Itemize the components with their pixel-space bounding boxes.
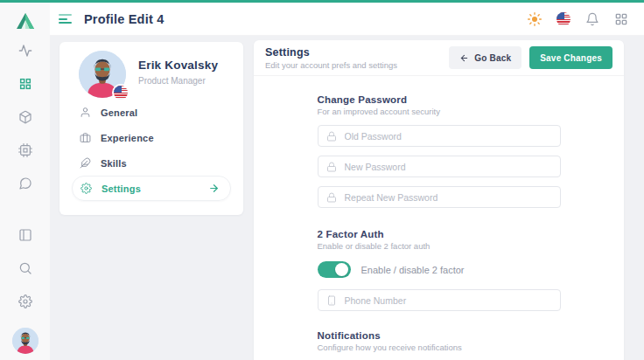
chat-bubble-icon[interactable]: [18, 177, 32, 190]
section-title: 2 Factor Auth: [318, 229, 561, 239]
lock-icon: [326, 131, 337, 142]
two-factor-section: 2 Factor Auth Enable or disable 2 factor…: [318, 229, 561, 311]
save-changes-button[interactable]: Save Changes: [529, 46, 612, 69]
sidebar-rail: [0, 3, 50, 360]
search-icon[interactable]: [18, 261, 32, 275]
menu-item-settings[interactable]: Settings: [72, 176, 231, 201]
feather-icon: [80, 157, 91, 169]
new-password-input[interactable]: [345, 162, 552, 172]
smartphone-icon: [326, 295, 337, 306]
menu-item-experience[interactable]: Experience: [60, 125, 243, 150]
notifications-section: Notifications Configure how you receive …: [318, 330, 561, 352]
menu-item-general[interactable]: General: [60, 100, 243, 125]
repeat-password-input[interactable]: [345, 192, 552, 203]
briefcase-icon: [80, 132, 91, 143]
menu-item-label: Experience: [101, 133, 154, 143]
layout-icon[interactable]: [18, 228, 32, 242]
profile-name: Erik Kovalsky: [138, 59, 218, 72]
header: Profile Edit 4: [50, 3, 644, 36]
arrow-left-icon: [459, 53, 469, 63]
settings-panel: Settings Edit your account prefs and set…: [254, 40, 624, 360]
menu-item-label: General: [101, 107, 137, 118]
gear-icon: [80, 183, 92, 194]
two-factor-toggle[interactable]: [318, 261, 351, 278]
package-icon[interactable]: [18, 110, 32, 124]
avatar-flag-badge: [112, 84, 130, 101]
new-password-field[interactable]: [318, 156, 561, 177]
change-password-section: Change Password For an improved account …: [318, 94, 561, 208]
lock-icon: [326, 192, 337, 203]
arrow-right-icon: [208, 183, 220, 194]
sidebar-user-avatar[interactable]: [12, 328, 38, 354]
phone-number-input[interactable]: [345, 295, 552, 306]
settings-panel-header: Settings Edit your account prefs and set…: [254, 40, 624, 76]
dashboard-grid-icon[interactable]: [18, 77, 32, 91]
cpu-icon[interactable]: [18, 143, 32, 157]
usa-flag-icon[interactable]: [556, 12, 570, 26]
apps-grid-icon[interactable]: [614, 12, 628, 26]
sidebar-nav-bottom: [18, 228, 32, 328]
menu-item-label: Skills: [101, 158, 127, 169]
menu-item-skills[interactable]: Skills: [60, 150, 243, 176]
main-content: Erik Kovalsky Product Manager General Ex…: [50, 36, 644, 360]
old-password-input[interactable]: [345, 131, 552, 142]
app-logo[interactable]: [15, 10, 36, 31]
lock-icon: [326, 162, 337, 172]
section-subtitle: For an improved account security: [318, 107, 561, 116]
activity-icon[interactable]: [18, 44, 32, 58]
gear-icon[interactable]: [18, 294, 32, 308]
section-title: Notifications: [318, 330, 561, 341]
settings-subtitle: Edit your account prefs and settings: [265, 60, 397, 70]
page-title: Profile Edit 4: [84, 12, 164, 26]
bell-icon[interactable]: [585, 12, 599, 26]
menu-item-label: Settings: [102, 183, 141, 194]
user-icon: [80, 107, 91, 118]
section-subtitle: Enable or disable 2 factor auth: [318, 241, 561, 251]
top-accent-strip: [0, 0, 644, 3]
repeat-password-field[interactable]: [318, 186, 561, 208]
section-title: Change Password: [318, 94, 561, 105]
old-password-field[interactable]: [318, 125, 561, 147]
phone-number-field[interactable]: [318, 289, 561, 311]
toggle-knob: [335, 263, 348, 276]
sidebar-nav-top: [18, 44, 32, 210]
toggle-label: Enable / disable 2 factor: [361, 265, 465, 275]
sun-icon[interactable]: [528, 12, 542, 26]
section-subtitle: Configure how you receive notifications: [318, 343, 561, 352]
profile-role: Product Manager: [138, 76, 206, 86]
settings-title: Settings: [265, 46, 397, 59]
go-back-button[interactable]: Go Back: [449, 46, 522, 69]
profile-menu: General Experience Skills Settings: [60, 100, 243, 201]
profile-card: Erik Kovalsky Product Manager General Ex…: [60, 42, 243, 215]
menu-icon[interactable]: [59, 14, 72, 24]
